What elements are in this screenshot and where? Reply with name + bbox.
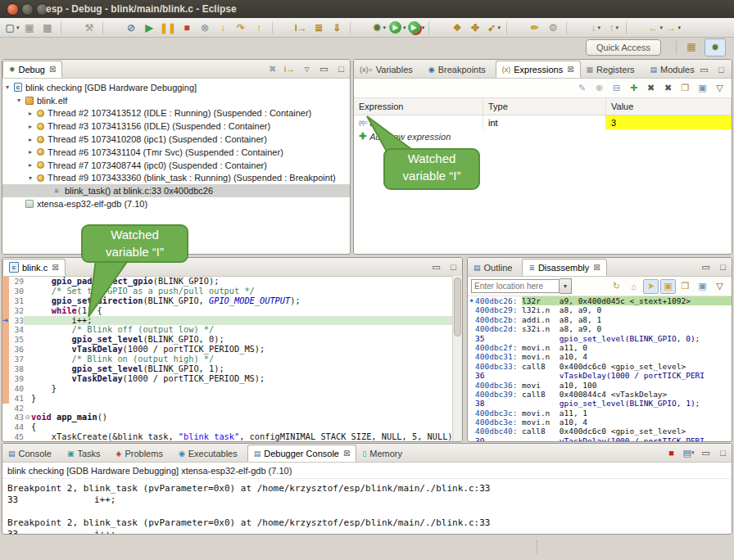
fold-marker[interactable] — [24, 345, 31, 355]
maximize-view-button[interactable]: □ — [715, 260, 731, 274]
expression-value[interactable]: 3 — [606, 115, 732, 129]
gutter-annotation[interactable] — [2, 287, 9, 296]
disassembly-line[interactable]: ◆ 400dbc26: l32r a9, 0x400d045c <_stext+… — [468, 296, 732, 305]
tree-expand-icon[interactable]: ▸ — [29, 148, 37, 156]
maximize-view-button[interactable]: □ — [333, 61, 349, 76]
debug-tree-item[interactable]: ▾ blink.elf — [2, 94, 350, 107]
show-type-names-button[interactable]: ✎ — [574, 81, 590, 96]
scrollbar-thumb[interactable] — [454, 278, 461, 336]
debug-tree-item[interactable]: ▸ Thread #5 1073410208 (ipc1) (Suspended… — [2, 133, 350, 146]
go-to-line-button[interactable]: ↑ ▾ — [605, 20, 622, 36]
disassembly-line[interactable]: 400dbc33: call8 0x400dc6c0 <gpio_set_lev… — [468, 362, 732, 371]
code-line[interactable]: 40 } — [2, 384, 462, 394]
debug-tree-item[interactable]: ▾ Thread #9 1073433360 (blink_task : Run… — [2, 172, 350, 185]
tab-debugger-console[interactable]: ▤ Debugger Console ⊠ — [247, 445, 357, 462]
tab-disassembly[interactable]: ≣ Disassembly ⊠ — [522, 259, 606, 276]
tab-variables[interactable]: (x)= Variables — [354, 61, 423, 78]
toolbar-button[interactable] — [506, 21, 523, 34]
minimize-view-button[interactable]: ▭ — [316, 61, 332, 76]
step-into-button[interactable]: ↓ — [215, 20, 232, 36]
disassembly-line[interactable]: 400dbc31: movi.n a10, 4 — [468, 352, 732, 361]
new-button[interactable]: ▢ ▾ — [4, 20, 20, 36]
close-tab-icon[interactable]: ⊠ — [567, 65, 573, 74]
line-number[interactable]: 36 — [9, 345, 24, 355]
external-tools-menu-button[interactable]: ▶ ▾ — [408, 20, 425, 36]
debug-tree-item[interactable]: ▸ Thread #3 1073413156 (IDLE) (Suspended… — [2, 120, 350, 133]
instruction-stepping-toggle[interactable]: i→ — [293, 20, 310, 36]
collapse-all-button[interactable]: ⊟ — [609, 81, 624, 96]
view-menu-button[interactable]: ▽ — [712, 81, 727, 96]
editor-scrollbar[interactable] — [452, 276, 462, 441]
window-minimize-button[interactable] — [21, 3, 34, 16]
terminate-console-button[interactable]: ■ — [664, 445, 679, 460]
fold-marker[interactable] — [24, 422, 31, 432]
gutter-annotation[interactable] — [2, 364, 9, 374]
line-number[interactable]: 37 — [9, 355, 24, 364]
column-type[interactable]: Type — [483, 98, 606, 115]
fold-marker[interactable] — [24, 394, 31, 404]
pin-view-button[interactable]: ▣ — [695, 279, 710, 294]
tree-expand-icon[interactable]: ▸ — [29, 136, 37, 143]
line-number[interactable]: 35 — [9, 335, 24, 345]
gutter-annotation[interactable] — [2, 432, 9, 442]
drop-to-frame-button[interactable]: ⇓ — [329, 20, 346, 36]
code-editor[interactable]: 29 gpio_pad_select_gpio(BLINK_GPIO); 30 … — [2, 277, 462, 442]
fold-marker[interactable] — [24, 335, 31, 345]
line-number[interactable]: 34 — [9, 325, 24, 335]
save-button[interactable]: ▣ — [22, 20, 39, 36]
line-number[interactable]: 42 — [9, 404, 24, 413]
fold-marker[interactable]: ⊖ — [24, 413, 31, 422]
home-button[interactable]: ⌂ — [626, 279, 641, 294]
tree-expand-icon[interactable]: ▸ — [29, 110, 37, 117]
disassembly-line[interactable]: 39 vTaskDelay(1000 / portTICK_PERI — [468, 436, 732, 442]
minimize-view-button[interactable]: ▭ — [696, 62, 712, 77]
tree-expand-icon[interactable]: ▾ — [29, 174, 37, 182]
minimize-view-button[interactable]: ▭ — [698, 445, 714, 460]
line-number[interactable]: 39 — [9, 374, 24, 384]
suspend-button[interactable]: ❚❚ — [160, 20, 178, 36]
terminate-button[interactable]: ■ — [179, 20, 196, 36]
maximize-view-button[interactable]: □ — [715, 445, 731, 460]
toolbar-button[interactable] — [272, 21, 289, 34]
tree-expand-icon[interactable]: ▾ — [6, 84, 14, 91]
toolbar-button[interactable] — [350, 21, 367, 34]
step-filters-toggle[interactable]: ≣ — [311, 20, 328, 36]
tab-console[interactable]: ▤ Console — [2, 445, 61, 462]
debug-tree-item[interactable]: ▾ c blink checking [GDB Hardware Debuggi… — [2, 81, 350, 94]
toolbar-button[interactable] — [102, 21, 120, 34]
disassembly-line[interactable]: 400dbc36: movi a10, 100 — [468, 381, 732, 390]
tree-expand-icon[interactable]: ▾ — [17, 97, 25, 104]
tab-problems[interactable]: ◈ Problems — [111, 445, 173, 462]
track-pc-button[interactable]: ➤ — [643, 279, 659, 294]
toolbar-button[interactable] — [428, 21, 446, 34]
window-close-button[interactable] — [7, 3, 19, 16]
toolbar-button[interactable] — [61, 21, 78, 34]
disassembly-line[interactable]: 400dbc2b: addi.n a8, a8, 1 — [468, 315, 732, 324]
forward-button[interactable]: → ▾ — [665, 20, 682, 36]
new-project-button[interactable]: ❖ — [450, 20, 466, 36]
line-number[interactable]: 30 — [9, 287, 24, 296]
disassembly-line[interactable]: 400dbc39: call8 0x400844c4 <vTaskDelay> — [468, 390, 732, 399]
disassembly-line[interactable]: 400dbc29: l32i.n a8, a9, 0 — [468, 305, 732, 314]
tab-memory[interactable]: ▯ Memory — [356, 445, 412, 462]
code-line[interactable]: 39 vTaskDelay(1000 / portTICK_PERIOD_MS)… — [2, 374, 462, 384]
gutter-annotation[interactable] — [2, 325, 9, 335]
disassembly-line[interactable]: 400dbc2f: movi.n a11, 0 — [468, 343, 732, 352]
toolbar-button[interactable] — [626, 21, 643, 34]
fold-marker[interactable] — [24, 404, 31, 413]
gutter-annotation[interactable] — [2, 345, 9, 355]
location-input[interactable] — [471, 279, 560, 293]
fold-marker[interactable] — [24, 355, 31, 364]
gutter-annotation[interactable] — [2, 413, 9, 422]
code-line[interactable]: 41 } — [2, 394, 462, 404]
debug-tree-item[interactable]: ≡ blink_task() at blink.c:33 0x400dbc26 — [2, 184, 350, 197]
display-selected-console-button[interactable]: ▤ ▾ — [681, 445, 696, 460]
disassembly-line[interactable]: 400dbc3e: movi.n a10, 4 — [468, 418, 732, 427]
fold-marker[interactable] — [24, 374, 31, 384]
disassembly-line[interactable]: 400dbc40: call8 0x400dc6c0 <gpio_set_lev… — [468, 427, 732, 436]
line-number[interactable]: 31 — [9, 296, 24, 306]
debug-tree-item[interactable]: ▸ Thread #6 1073431104 (Tmr Svc) (Suspen… — [2, 146, 350, 159]
step-return-button[interactable]: ↑ — [251, 20, 268, 36]
new-view-button[interactable]: ❐ — [677, 279, 693, 294]
close-tab-icon[interactable]: ⊠ — [49, 65, 56, 74]
